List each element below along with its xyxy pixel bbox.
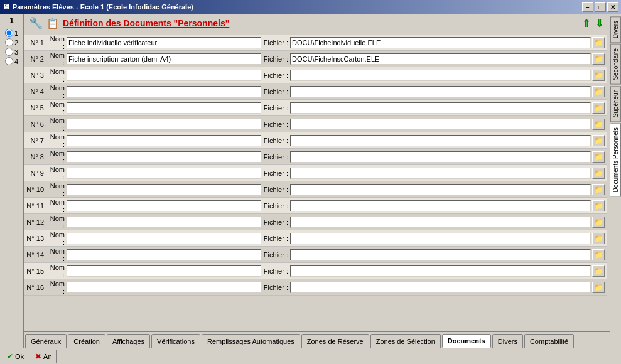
nom-input[interactable] — [67, 37, 261, 48]
nom-input[interactable] — [67, 282, 261, 293]
row-number: N° 2 — [26, 55, 46, 63]
fichier-input[interactable] — [290, 151, 591, 163]
radio-label-4: 4 — [14, 58, 18, 65]
arrow-down-button[interactable]: ⇓ — [594, 18, 605, 29]
nom-input[interactable] — [67, 200, 261, 211]
maximize-button[interactable]: □ — [595, 2, 606, 12]
folder-button[interactable]: 📁 — [592, 102, 605, 114]
fichier-input[interactable] — [290, 282, 591, 293]
nom-input[interactable] — [67, 168, 261, 179]
fichier-input[interactable] — [290, 249, 591, 260]
right-vertical-tab[interactable]: Divers — [610, 16, 621, 43]
header-arrows: ⇑ ⇓ — [581, 18, 605, 29]
title-bar: 🖥 Paramètres Elèves - Ecole 1 (Ecole Inf… — [0, 0, 621, 14]
fichier-input[interactable] — [290, 233, 591, 244]
form-area[interactable]: N° 1 Nom : Fichier : 📁 N° 2 Nom : Fichie… — [24, 33, 610, 331]
folder-button[interactable]: 📁 — [592, 151, 605, 163]
right-vertical-tab[interactable]: Secondaire — [610, 44, 621, 85]
fichier-input[interactable] — [290, 135, 591, 146]
bottom-tab[interactable]: Généraux — [25, 334, 67, 348]
bottom-tab[interactable]: Documents — [442, 334, 491, 348]
radio-1[interactable] — [5, 29, 13, 37]
nom-label: Nom : — [46, 280, 67, 295]
left-panel-number: 1 — [9, 16, 14, 25]
radio-item-1[interactable]: 1 — [5, 29, 18, 37]
an-icon: ✖ — [35, 352, 41, 361]
bottom-tab[interactable]: Comptabilité — [524, 334, 574, 348]
nom-input[interactable] — [67, 135, 261, 146]
form-row: N° 9 Nom : Fichier : 📁 — [24, 165, 607, 181]
right-vertical-tab[interactable]: Documents Personnels — [610, 123, 621, 196]
fichier-input[interactable] — [290, 184, 591, 195]
folder-button[interactable]: 📁 — [592, 217, 605, 228]
radio-label-1: 1 — [14, 29, 18, 37]
nom-label: Nom : — [46, 166, 67, 181]
radio-2[interactable] — [5, 38, 13, 46]
ok-button[interactable]: ✔Ok — [3, 350, 28, 363]
bottom-tab[interactable]: Vérifications — [151, 334, 200, 348]
fichier-input[interactable] — [290, 217, 591, 228]
fichier-input[interactable] — [290, 102, 591, 114]
content-area: 🔧 📋 Définition des Documents "Personnels… — [24, 14, 610, 348]
folder-button[interactable]: 📁 — [592, 249, 605, 260]
radio-item-2[interactable]: 2 — [5, 38, 18, 46]
nom-input[interactable] — [67, 217, 261, 228]
fichier-input[interactable] — [290, 168, 591, 179]
bottom-tab[interactable]: Affichages — [107, 334, 150, 348]
nom-input[interactable] — [67, 233, 261, 244]
radio-item-4[interactable]: 4 — [5, 57, 18, 65]
fichier-input[interactable] — [290, 200, 591, 211]
minimize-button[interactable]: − — [582, 2, 593, 12]
folder-button[interactable]: 📁 — [592, 282, 605, 293]
fichier-label: Fichier : — [261, 39, 290, 46]
nom-label: Nom : — [46, 133, 67, 148]
bottom-tab[interactable]: Zones de Sélection — [370, 334, 441, 348]
nom-input[interactable] — [67, 151, 261, 163]
radio-3[interactable] — [5, 48, 13, 56]
folder-button[interactable]: 📁 — [592, 53, 605, 65]
arrow-up-button[interactable]: ⇑ — [581, 18, 591, 29]
folder-button[interactable]: 📁 — [592, 200, 605, 211]
folder-button[interactable]: 📁 — [592, 86, 605, 97]
fichier-input[interactable] — [290, 86, 591, 97]
radio-4[interactable] — [5, 57, 13, 65]
fichier-input[interactable] — [290, 53, 591, 65]
nom-label: Nom : — [46, 68, 67, 83]
nom-input[interactable] — [67, 102, 261, 114]
bottom-tab[interactable]: Remplissages Automatiques — [202, 334, 300, 348]
folder-button[interactable]: 📁 — [592, 168, 605, 179]
nom-input[interactable] — [67, 249, 261, 260]
an-button[interactable]: ✖An — [31, 350, 56, 363]
folder-button[interactable]: 📁 — [592, 184, 605, 195]
radio-label-2: 2 — [14, 39, 18, 46]
title-bar-icon: 🖥 — [3, 3, 10, 11]
nom-input[interactable] — [67, 265, 261, 277]
folder-button[interactable]: 📁 — [592, 233, 605, 244]
form-row: N° 14 Nom : Fichier : 📁 — [24, 247, 607, 263]
radio-item-3[interactable]: 3 — [5, 48, 18, 56]
fichier-input[interactable] — [290, 119, 591, 130]
nom-input[interactable] — [67, 70, 261, 81]
row-number: N° 5 — [26, 104, 46, 112]
folder-button[interactable]: 📁 — [592, 135, 605, 146]
folder-button[interactable]: 📁 — [592, 119, 605, 130]
right-vertical-tab[interactable]: Supérieur — [610, 86, 621, 122]
fichier-input[interactable] — [290, 70, 591, 81]
close-button[interactable]: ✕ — [607, 2, 618, 12]
bottom-tab[interactable]: Création — [68, 334, 105, 348]
folder-button[interactable]: 📁 — [592, 37, 605, 48]
bottom-tabs: GénérauxCréationAffichagesVérificationsR… — [24, 331, 610, 348]
ok-icon: ✔ — [7, 352, 13, 361]
fichier-input[interactable] — [290, 265, 591, 277]
nom-input[interactable] — [67, 184, 261, 195]
nom-input[interactable] — [67, 119, 261, 130]
nom-input[interactable] — [67, 53, 261, 65]
bottom-tab[interactable]: Zones de Réserve — [301, 334, 369, 348]
bottom-tab[interactable]: Divers — [492, 334, 523, 348]
nom-input[interactable] — [67, 86, 261, 97]
folder-button[interactable]: 📁 — [592, 70, 605, 81]
form-row: N° 5 Nom : Fichier : 📁 — [24, 100, 607, 116]
folder-button[interactable]: 📁 — [592, 265, 605, 277]
nom-label: Nom : — [46, 149, 67, 164]
fichier-input[interactable] — [290, 37, 591, 48]
